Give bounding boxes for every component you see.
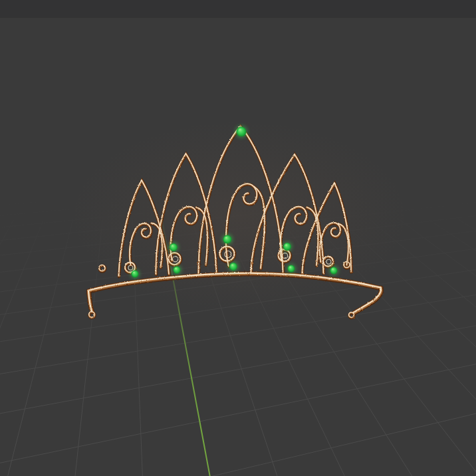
gem <box>170 243 178 251</box>
gem <box>223 235 232 244</box>
scene-canvas <box>0 0 476 476</box>
gem <box>237 127 247 137</box>
gem <box>229 263 237 271</box>
gem <box>330 267 338 275</box>
gem <box>174 267 181 274</box>
3d-viewport[interactable] <box>0 0 476 476</box>
gem <box>283 243 291 251</box>
gem <box>132 271 139 278</box>
gem <box>288 265 295 273</box>
